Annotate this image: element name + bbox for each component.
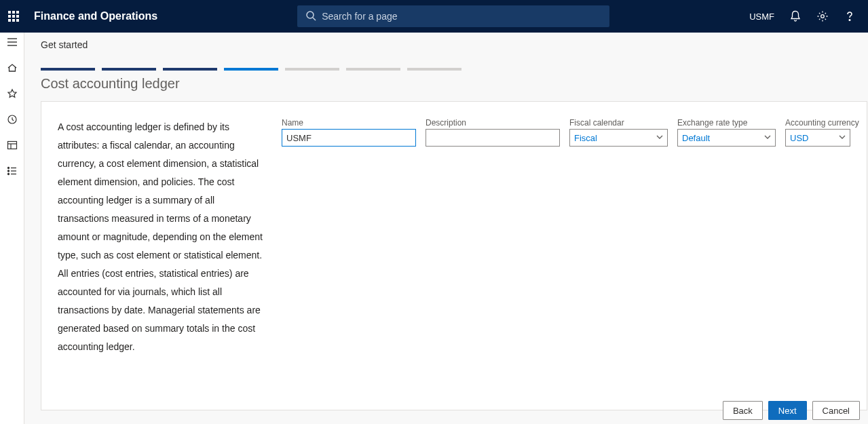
fiscal-calendar-select[interactable]	[569, 129, 668, 147]
home-icon[interactable]	[5, 61, 19, 75]
help-icon[interactable]	[844, 10, 856, 22]
search-box[interactable]	[297, 5, 609, 27]
exchange-rate-type-field: Exchange rate type	[677, 118, 776, 147]
progress-step	[407, 68, 461, 71]
svg-rect-8	[7, 142, 16, 149]
fiscal-calendar-field: Fiscal calendar	[569, 118, 668, 147]
page-title: Cost accounting ledger	[24, 71, 868, 101]
svg-point-2	[821, 15, 825, 18]
description-text: A cost accounting ledger is defined by i…	[41, 118, 282, 393]
legal-entity[interactable]: USMF	[749, 12, 774, 22]
exchange-rate-type-select[interactable]	[677, 129, 776, 147]
back-button[interactable]: Back	[723, 401, 763, 420]
description-input[interactable]	[426, 129, 560, 147]
exchange-rate-type-label: Exchange rate type	[677, 118, 776, 128]
progress-step	[41, 68, 95, 71]
left-nav-rail	[0, 33, 24, 424]
gear-icon[interactable]	[816, 10, 829, 22]
progress-step	[224, 68, 278, 71]
form-columns: Name Description Fiscal calendar Exchang…	[282, 118, 850, 393]
fiscal-calendar-label: Fiscal calendar	[569, 118, 668, 128]
progress-step	[102, 68, 156, 71]
accounting-currency-select[interactable]	[785, 129, 850, 147]
svg-line-1	[313, 18, 316, 20]
module-icon[interactable]	[5, 138, 19, 152]
svg-point-11	[7, 168, 9, 169]
main-content: Get started Cost accounting ledger A cos…	[24, 33, 868, 424]
bell-icon[interactable]	[789, 10, 801, 22]
progress-step	[285, 68, 339, 71]
svg-point-15	[7, 174, 9, 175]
name-input[interactable]	[282, 129, 416, 147]
accounting-currency-field: Accounting currency	[785, 118, 850, 147]
wizard-footer: Back Next Cancel	[24, 397, 868, 424]
cancel-button[interactable]: Cancel	[812, 401, 860, 420]
name-field: Name	[282, 118, 416, 147]
star-icon[interactable]	[5, 87, 19, 100]
svg-point-3	[849, 20, 850, 21]
svg-point-0	[307, 12, 314, 18]
name-label: Name	[282, 118, 416, 128]
top-right-actions: USMF	[749, 10, 860, 22]
menu-icon[interactable]	[5, 35, 19, 49]
app-launcher-icon[interactable]	[8, 11, 19, 22]
search-input[interactable]	[297, 5, 609, 27]
wizard-progress	[24, 53, 868, 71]
next-button[interactable]: Next	[768, 401, 807, 420]
recent-icon[interactable]	[5, 113, 19, 126]
top-bar: Finance and Operations USMF	[0, 0, 868, 33]
list-icon[interactable]	[5, 164, 19, 178]
wizard-card: A cost accounting ledger is defined by i…	[41, 101, 867, 410]
accounting-currency-label: Accounting currency	[785, 118, 850, 128]
brand-title: Finance and Operations	[34, 10, 157, 22]
description-label: Description	[426, 118, 560, 128]
search-icon	[305, 10, 316, 21]
description-field: Description	[426, 118, 560, 147]
svg-point-13	[7, 170, 9, 172]
progress-step	[163, 68, 217, 71]
breadcrumb: Get started	[24, 33, 868, 53]
progress-step	[346, 68, 400, 71]
